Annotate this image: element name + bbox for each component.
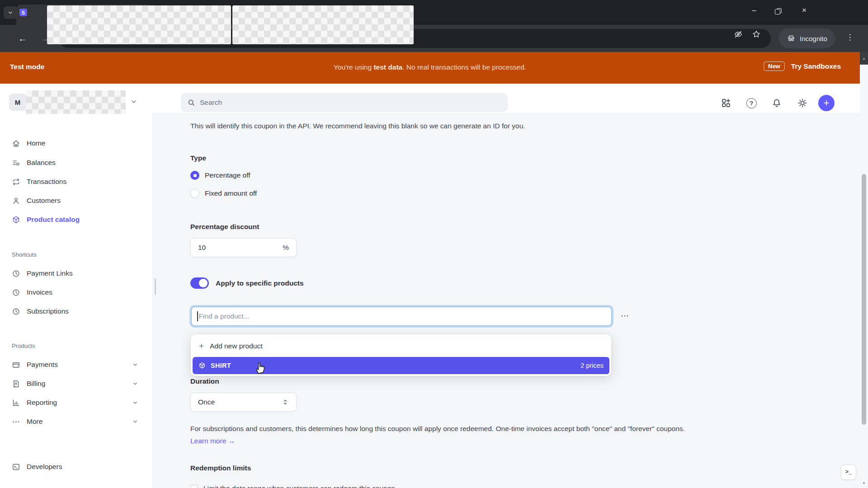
sidebar-item-label: Subscriptions — [27, 307, 69, 315]
scrollbar-thumb[interactable] — [862, 174, 866, 425]
redemption-limit-label: Limit the date range when customers can … — [203, 484, 395, 488]
sidebar: M Home Balances Transactions Customers P… — [0, 84, 152, 488]
sidebar-item-billing[interactable]: Billing — [5, 374, 146, 393]
sidebar-item-product-catalog[interactable]: Product catalog — [5, 210, 146, 229]
billing-icon — [12, 380, 20, 388]
home-icon — [12, 139, 20, 148]
sidebar-item-label: Balances — [27, 159, 56, 167]
stripe-favicon: S — [19, 9, 27, 16]
scrollbar-down-arrow[interactable]: ▼ — [860, 481, 868, 485]
product-overflow-button[interactable]: ⋯ — [618, 311, 633, 323]
window-restore-button[interactable] — [769, 3, 789, 18]
chevron-down-icon — [132, 380, 138, 387]
sidebar-item-label: Invoices — [27, 288, 52, 296]
incognito-icon — [787, 34, 796, 43]
duration-value: Once — [198, 398, 215, 406]
incognito-label: Incognito — [800, 35, 827, 42]
search-input[interactable]: Search — [181, 93, 508, 112]
page-scrollbar[interactable]: ▲ ▼ — [860, 52, 868, 488]
test-mode-banner: Test mode You're using test data. No rea… — [0, 52, 860, 84]
redacted-account-name — [26, 90, 126, 114]
radio-fixed-amount-off[interactable]: Fixed amount off — [190, 189, 257, 198]
radio-selected-icon — [190, 171, 199, 180]
select-unfold-icon — [282, 399, 289, 406]
developers-terminal-icon — [12, 463, 20, 471]
sidebar-item-label: Billing — [27, 380, 45, 388]
radio-percentage-off[interactable]: Percentage off — [190, 171, 250, 180]
sidebar-item-label: Developers — [27, 463, 62, 471]
percent-suffix: % — [283, 244, 289, 252]
sidebar-item-more[interactable]: More — [5, 412, 146, 431]
account-avatar: M — [9, 94, 26, 111]
clock-icon — [12, 288, 20, 297]
browser-menu-button[interactable]: ⋮ — [844, 33, 855, 44]
checkbox-icon[interactable] — [190, 485, 198, 488]
account-switcher[interactable]: M — [7, 91, 145, 116]
developer-console-button[interactable]: >_ — [841, 465, 856, 480]
new-badge: New — [764, 61, 785, 71]
message-prefix: You're using — [334, 63, 374, 71]
reporting-icon — [12, 399, 20, 407]
sidebar-item-label: Product catalog — [27, 216, 80, 224]
add-new-product-option[interactable]: + Add new product — [193, 336, 609, 356]
restore-icon — [777, 8, 782, 13]
sidebar-item-developers[interactable]: Developers — [5, 457, 146, 476]
main-content: Search ? + This will identify this coupo… — [152, 84, 860, 488]
redemption-limit-checkbox-row[interactable]: Limit the date range when customers can … — [190, 484, 395, 488]
sidebar-item-label: Reporting — [27, 399, 57, 407]
create-button[interactable]: + — [818, 95, 835, 111]
duration-help-text: For subscriptions and customers, this de… — [190, 425, 685, 433]
message-bold: test data — [373, 63, 402, 71]
help-icon[interactable]: ? — [745, 97, 757, 109]
sidebar-item-payment-links[interactable]: Payment Links — [5, 264, 146, 283]
coupon-form: This will identify this coupon in the AP… — [152, 113, 860, 488]
balances-icon — [12, 159, 20, 167]
transactions-icon — [12, 178, 20, 186]
settings-gear-icon[interactable] — [797, 97, 808, 109]
duration-label: Duration — [190, 377, 219, 385]
percentage-discount-field[interactable]: % — [190, 238, 297, 257]
message-suffix: . No real transactions will be processed… — [402, 63, 526, 71]
plus-icon: + — [199, 341, 204, 351]
screen: S – × ← → Incognito ⋮ Test mode You're u… — [0, 0, 868, 488]
tab-search-button[interactable] — [4, 6, 17, 19]
sidebar-item-home[interactable]: Home — [5, 134, 146, 153]
try-sandboxes-link[interactable]: Try Sandboxes — [791, 62, 841, 70]
scrollbar-up-arrow[interactable]: ▲ — [860, 52, 868, 65]
window-close-button[interactable]: × — [794, 3, 815, 18]
redacted-url — [232, 5, 414, 44]
sidebar-scrollbar-thumb[interactable] — [155, 278, 156, 295]
bookmark-star-icon[interactable] — [751, 29, 761, 39]
eye-off-icon[interactable] — [733, 29, 743, 39]
text-caret — [197, 311, 198, 321]
question-glyph: ? — [746, 98, 757, 108]
chevron-down-icon — [132, 361, 138, 368]
sidebar-item-balances[interactable]: Balances — [5, 153, 146, 172]
sidebar-item-invoices[interactable]: Invoices — [5, 283, 146, 302]
redacted-tab-title — [47, 5, 231, 44]
duration-select[interactable]: Once — [190, 393, 297, 412]
sidebar-item-subscriptions[interactable]: Subscriptions — [5, 302, 146, 321]
sidebar-item-payments[interactable]: Payments — [5, 355, 146, 374]
coupon-id-hint: This will identify this coupon in the AP… — [190, 122, 525, 130]
chevron-down-icon — [7, 9, 14, 16]
chevron-down-icon — [130, 98, 137, 105]
product-search-input[interactable] — [199, 312, 606, 320]
product-name: SHIRT — [211, 362, 231, 369]
product-search-field[interactable] — [191, 306, 612, 326]
clock-icon — [12, 307, 20, 316]
apps-grid-icon[interactable] — [720, 97, 732, 109]
learn-more-link[interactable]: Learn more → — [190, 437, 235, 445]
sidebar-item-transactions[interactable]: Transactions — [5, 172, 146, 191]
clock-icon — [12, 269, 20, 278]
sidebar-item-label: Payments — [27, 361, 58, 369]
sidebar-item-reporting[interactable]: Reporting — [5, 393, 146, 412]
sidebar-item-label: Transactions — [27, 178, 66, 186]
apply-products-toggle[interactable] — [190, 277, 209, 289]
window-minimize-button[interactable]: – — [744, 3, 764, 18]
percentage-discount-input[interactable] — [198, 244, 270, 252]
back-button[interactable]: ← — [14, 25, 32, 52]
notifications-bell-icon[interactable] — [771, 97, 783, 109]
chevron-down-icon — [132, 399, 138, 406]
sidebar-item-customers[interactable]: Customers — [5, 191, 146, 210]
